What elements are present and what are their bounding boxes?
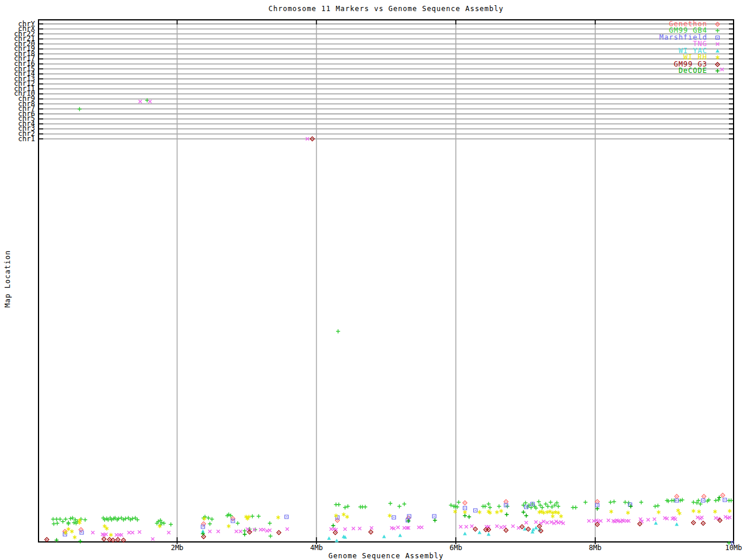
legend-item-marshfield: Marshfield bbox=[659, 34, 721, 41]
plot-canvas bbox=[38, 19, 734, 546]
x-tick-label-6Mb: 6Mb bbox=[443, 544, 469, 551]
x-axis-title: Genome Sequence Assembly bbox=[38, 552, 734, 560]
chart-title: Chromosome 11 Markers vs Genome Sequence… bbox=[38, 5, 734, 13]
legend-marker-icon-plus bbox=[714, 67, 721, 75]
x-tick-label-2Mb: 2Mb bbox=[165, 544, 190, 551]
legend-label: DeCODE bbox=[679, 68, 707, 74]
legend-item-decode: DeCODE bbox=[679, 68, 721, 75]
y-axis-title: Map Location bbox=[4, 247, 12, 311]
x-tick-label-4Mb: 4Mb bbox=[303, 544, 329, 551]
plot-area bbox=[38, 19, 734, 546]
plot-page: { "title": "Chromosome 11 Markers vs Gen… bbox=[0, 0, 747, 560]
y-tick-label-chr1: chr1 bbox=[0, 136, 35, 142]
x-tick-label-8Mb: 8Mb bbox=[582, 544, 608, 551]
x-tick-label-10Mb: 10Mb bbox=[721, 544, 746, 551]
